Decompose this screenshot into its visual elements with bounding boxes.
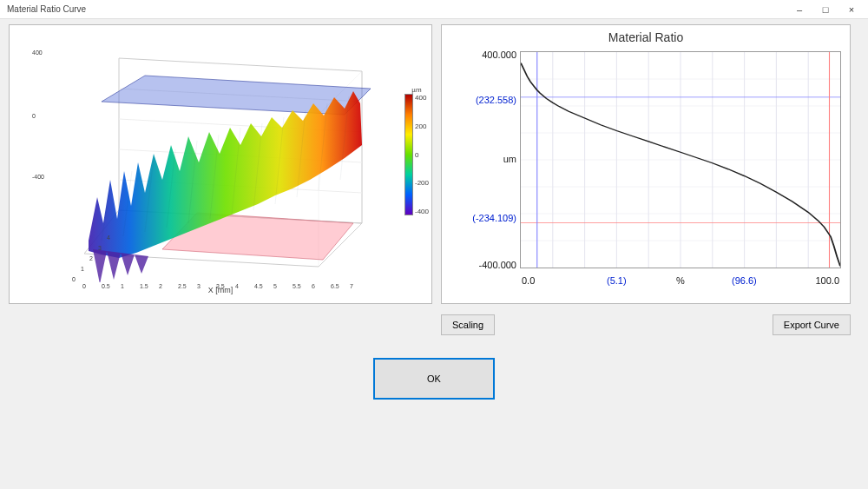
x-tick: 1 — [121, 283, 124, 289]
y-marker-top: (232.558) — [476, 95, 516, 105]
x-tick: 7 — [350, 283, 353, 289]
surface-plot-canvas — [84, 41, 379, 282]
y-tick-bottom: -400.000 — [479, 260, 516, 270]
scaling-button[interactable]: Scaling — [441, 314, 495, 335]
x-tick: 4 — [235, 283, 239, 289]
x-tick: 5 — [273, 283, 277, 289]
ok-button[interactable]: OK — [373, 358, 495, 400]
colorbar-tick: -400 — [415, 208, 429, 215]
colorbar-tick: 0 — [415, 151, 429, 159]
curve-plot-area — [520, 51, 841, 268]
curve-svg — [521, 52, 840, 268]
colorbar-tick: 200 — [415, 122, 429, 130]
minimize-button[interactable]: – — [786, 1, 812, 18]
window-title: Material Ratio Curve — [3, 4, 786, 14]
x-tick: 2.5 — [178, 283, 187, 289]
y-marker-bottom: (-234.109) — [472, 213, 516, 223]
colorbar-unit: µm — [411, 86, 421, 94]
button-row: Scaling Export Curve — [9, 309, 859, 335]
x-tick: 4.5 — [254, 283, 263, 289]
titlebar: Material Ratio Curve – □ × — [0, 0, 868, 19]
z-tick: -400 — [32, 174, 44, 180]
colorbar: µm 400 200 0 -200 -400 — [407, 86, 426, 215]
export-curve-button[interactable]: Export Curve — [773, 314, 851, 335]
pane-row: 400 0 -400 X [mm] 0 0.5 1 1.5 2 2.5 3 3.… — [9, 24, 859, 304]
y-tick: 0 — [72, 276, 76, 282]
x-tick: 6 — [312, 283, 315, 289]
colorbar-tick: 400 — [415, 94, 429, 102]
content-area: 400 0 -400 X [mm] 0 0.5 1 1.5 2 2.5 3 3.… — [0, 19, 868, 489]
z-tick: 0 — [32, 113, 36, 119]
z-tick: 400 — [32, 50, 43, 56]
x-axis-unit: % — [676, 275, 685, 286]
x-tick: 6.5 — [331, 283, 339, 289]
x-tick: 5.5 — [293, 283, 301, 289]
x-tick-left: 0.0 — [522, 275, 535, 286]
x-tick: 0 — [82, 283, 86, 289]
x-tick-right: 100.0 — [815, 275, 839, 286]
surface-plot-pane: 400 0 -400 X [mm] 0 0.5 1 1.5 2 2.5 3 3.… — [9, 24, 432, 304]
y-tick: 2 — [89, 255, 93, 261]
chart-title: Material Ratio — [442, 30, 850, 44]
x-marker-left: (5.1) — [607, 275, 627, 286]
surface-plot: 400 0 -400 X [mm] 0 0.5 1 1.5 2 2.5 3 3.… — [15, 30, 426, 298]
maximize-button[interactable]: □ — [812, 1, 838, 18]
y-tick: 3 — [98, 245, 102, 251]
y-tick: 1 — [81, 266, 84, 272]
close-button[interactable]: × — [838, 1, 865, 18]
y-tick-top: 400.000 — [482, 50, 516, 60]
material-ratio-pane: Material Ratio 400.000 (232.558) um (-23… — [441, 24, 851, 304]
y-axis-unit: um — [503, 154, 516, 164]
x-tick: 1.5 — [140, 283, 148, 289]
x-tick: 2 — [159, 283, 162, 289]
colorbar-gradient — [404, 94, 413, 215]
colorbar-tick: -200 — [415, 179, 429, 187]
y-tick: 4 — [107, 235, 110, 241]
x-tick: 3.5 — [216, 283, 225, 289]
window-controls: – □ × — [786, 1, 865, 18]
x-tick: 3 — [197, 283, 201, 289]
x-tick: 0.5 — [102, 283, 110, 289]
x-marker-right: (96.6) — [732, 275, 757, 286]
ok-row: OK — [9, 358, 859, 400]
